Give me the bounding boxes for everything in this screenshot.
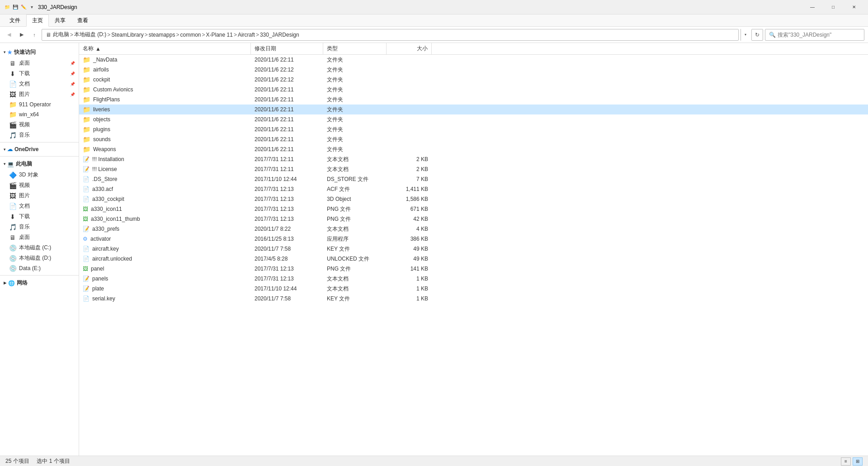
minimize-button[interactable]: — bbox=[802, 0, 823, 14]
address-bar[interactable]: 🖥 此电脑 > 本地磁盘 (D:) > SteamLibrary > steam… bbox=[42, 29, 739, 41]
table-row[interactable]: 📝!!! License 2017/7/31 12:11 文本文档 2 KB bbox=[79, 164, 868, 174]
edit-icon[interactable]: ✏️ bbox=[20, 4, 27, 11]
tab-home[interactable]: 主页 bbox=[26, 14, 49, 27]
sidebar-item-diske[interactable]: 💿 Data (E:) bbox=[0, 263, 79, 273]
up-button[interactable]: ↑ bbox=[29, 29, 40, 40]
sidebar-section-quick-access[interactable]: ▾ ★ 快速访问 bbox=[0, 47, 79, 58]
cell-type: 文件夹 bbox=[323, 55, 387, 65]
tab-view[interactable]: 查看 bbox=[71, 14, 94, 26]
back-button[interactable]: ◀ bbox=[4, 29, 14, 40]
refresh-button[interactable]: ↻ bbox=[751, 29, 763, 41]
tab-file[interactable]: 文件 bbox=[4, 14, 26, 26]
search-bar[interactable]: 🔍 bbox=[765, 29, 864, 41]
folder-icon: 📁 bbox=[83, 76, 90, 83]
folder-icon: 📁 bbox=[83, 146, 90, 153]
table-row[interactable]: 📁sounds 2020/11/6 22:11 文件夹 bbox=[79, 134, 868, 144]
cell-name: 📝panels bbox=[79, 275, 251, 283]
table-row[interactable]: 📁cockpit 2020/11/6 22:12 文件夹 bbox=[79, 75, 868, 85]
address-part-pc[interactable]: 此电脑 bbox=[53, 31, 69, 38]
table-row[interactable]: 📄a330_cockpit 2017/7/31 12:13 3D Object … bbox=[79, 194, 868, 204]
address-dropdown-button[interactable]: ▾ bbox=[741, 29, 750, 41]
table-row[interactable]: 📁liveries 2020/11/6 22:11 文件夹 bbox=[79, 105, 868, 114]
sidebar-section-onedrive[interactable]: ▾ ☁ OneDrive bbox=[0, 144, 79, 154]
sidebar-item-music-quick[interactable]: 🎵 音乐 bbox=[0, 130, 79, 140]
title-bar: 📁 💾 ✏️ ▾ 330_JARDesign — □ ✕ bbox=[0, 0, 868, 14]
cell-date: 2020/11/6 22:11 bbox=[251, 125, 323, 133]
maximize-button[interactable]: □ bbox=[823, 0, 844, 14]
table-row[interactable]: 📁_NavData 2020/11/6 22:11 文件夹 bbox=[79, 55, 868, 65]
col-header-name[interactable]: 名称 ▲ bbox=[79, 43, 251, 54]
table-row[interactable]: 🖼a330_icon11_thumb 2017/7/31 12:13 PNG 文… bbox=[79, 214, 868, 224]
address-part-steamapps[interactable]: steamapps bbox=[149, 32, 175, 38]
sidebar-item-pictures[interactable]: 🖼 图片 📌 bbox=[0, 89, 79, 100]
table-row[interactable]: 📄aircraft.unlocked 2017/4/5 8:28 UNLOCKE… bbox=[79, 254, 868, 264]
address-part-common[interactable]: common bbox=[180, 32, 201, 38]
save-icon[interactable]: 💾 bbox=[12, 4, 19, 11]
sidebar-item-docs2[interactable]: 📄 文档 bbox=[0, 201, 79, 211]
table-row[interactable]: 📝!!! Installation 2017/7/31 12:11 文本文档 2… bbox=[79, 154, 868, 164]
sidebar-item-3d[interactable]: 🔷 3D 对象 bbox=[0, 170, 79, 180]
view-btn-list[interactable]: ≡ bbox=[841, 457, 851, 466]
table-row[interactable]: 📝panels 2017/7/31 12:13 文本文档 1 KB bbox=[79, 274, 868, 284]
cell-name: 📄a330_cockpit bbox=[79, 195, 251, 203]
cell-date: 2020/11/7 7:58 bbox=[251, 295, 323, 303]
col-header-date[interactable]: 修改日期 bbox=[251, 43, 323, 54]
table-row[interactable]: ⚙activator 2016/11/25 8:13 应用程序 386 KB bbox=[79, 234, 868, 244]
table-row[interactable]: 📁Custom Avionics 2020/11/6 22:11 文件夹 bbox=[79, 85, 868, 95]
table-row[interactable]: 📁FlightPlans 2020/11/6 22:11 文件夹 bbox=[79, 95, 868, 105]
close-button[interactable]: ✕ bbox=[844, 0, 864, 14]
table-row[interactable]: 📝a330_prefs 2020/11/7 8:22 文本文档 4 KB bbox=[79, 224, 868, 234]
sidebar-item-diskc[interactable]: 💿 本地磁盘 (C:) bbox=[0, 243, 79, 253]
sidebar-section-thispc[interactable]: ▾ 💻 此电脑 bbox=[0, 158, 79, 170]
cell-name: 📁Custom Avionics bbox=[79, 85, 251, 94]
cell-date: 2017/7/31 12:13 bbox=[251, 265, 323, 273]
folder-icon: 📁 bbox=[83, 136, 90, 143]
file-icon: 📄 bbox=[83, 176, 90, 182]
sidebar-item-diskd[interactable]: 💿 本地磁盘 (D:) bbox=[0, 253, 79, 263]
file-icon: 📄 bbox=[83, 295, 90, 302]
table-row[interactable]: 🖼panel 2017/7/31 12:13 PNG 文件 141 KB bbox=[79, 264, 868, 274]
sidebar-item-win[interactable]: 📁 win_x64 bbox=[0, 109, 79, 119]
table-row[interactable]: 📄serial.key 2020/11/7 7:58 KEY 文件 1 KB bbox=[79, 294, 868, 304]
doc-icon: 📝 bbox=[83, 226, 90, 232]
sidebar-item-911[interactable]: 📁 911 Operator bbox=[0, 100, 79, 109]
sidebar-item-downloads2[interactable]: ⬇ 下载 bbox=[0, 211, 79, 222]
sidebar-item-documents[interactable]: 📄 文档 📌 bbox=[0, 79, 79, 89]
address-part-aircraft[interactable]: Aircraft bbox=[238, 32, 255, 38]
col-header-size[interactable]: 大小 bbox=[387, 43, 432, 54]
app-icon: ⚙ bbox=[83, 236, 88, 242]
address-part-disk[interactable]: 本地磁盘 (D:) bbox=[74, 31, 106, 38]
col-header-type[interactable]: 类型 bbox=[323, 43, 387, 54]
table-row[interactable]: 📁plugins 2020/11/6 22:11 文件夹 bbox=[79, 124, 868, 134]
dropdown-icon[interactable]: ▾ bbox=[28, 4, 35, 11]
address-part-xplane[interactable]: X-Plane 11 bbox=[206, 32, 233, 38]
table-row[interactable]: 📁airfoils 2020/11/6 22:12 文件夹 bbox=[79, 65, 868, 75]
table-row[interactable]: 📁Weapons 2020/11/6 22:11 文件夹 bbox=[79, 144, 868, 154]
cell-type: 文本文档 bbox=[323, 284, 387, 294]
table-row[interactable]: 📄.DS_Store 2017/11/10 12:44 DS_STORE 文件 … bbox=[79, 174, 868, 184]
cell-name: 📁plugins bbox=[79, 125, 251, 134]
cell-type: 文件夹 bbox=[323, 65, 387, 75]
table-row[interactable]: 📄aircraft.key 2020/11/7 7:58 KEY 文件 49 K… bbox=[79, 244, 868, 254]
table-row[interactable]: 📄a330.acf 2017/7/31 12:13 ACF 文件 1,411 K… bbox=[79, 184, 868, 194]
sidebar-item-pictures2[interactable]: 🖼 图片 bbox=[0, 190, 79, 201]
forward-button[interactable]: ▶ bbox=[16, 29, 27, 40]
sidebar-item-desktop[interactable]: 🖥 桌面 📌 bbox=[0, 58, 79, 68]
search-input[interactable] bbox=[778, 32, 860, 38]
sidebar-item-desktop2[interactable]: 🖥 桌面 bbox=[0, 232, 79, 243]
sidebar-item-music2[interactable]: 🎵 音乐 bbox=[0, 222, 79, 232]
sidebar-item-video-quick[interactable]: 🎬 视频 bbox=[0, 119, 79, 130]
sidebar-item-downloads[interactable]: ⬇ 下载 📌 bbox=[0, 68, 79, 79]
table-row[interactable]: 🖼a330_icon11 2017/7/31 12:13 PNG 文件 671 … bbox=[79, 204, 868, 214]
cell-size: 1 KB bbox=[387, 295, 432, 303]
tab-share[interactable]: 共享 bbox=[49, 14, 71, 26]
cell-size: 42 KB bbox=[387, 215, 432, 223]
address-part-steamlib[interactable]: SteamLibrary bbox=[111, 32, 143, 38]
sidebar-item-video[interactable]: 🎬 视频 bbox=[0, 180, 79, 190]
address-part-folder[interactable]: 330_JARDesign bbox=[260, 32, 299, 38]
table-row[interactable]: 📁objects 2020/11/6 22:11 文件夹 bbox=[79, 114, 868, 124]
png-icon: 🖼 bbox=[83, 206, 88, 212]
sidebar-section-network[interactable]: ▶ 🌐 网络 bbox=[0, 277, 79, 289]
view-btn-detail[interactable]: ⊞ bbox=[853, 457, 863, 466]
table-row[interactable]: 📝plate 2017/11/10 12:44 文本文档 1 KB bbox=[79, 284, 868, 294]
